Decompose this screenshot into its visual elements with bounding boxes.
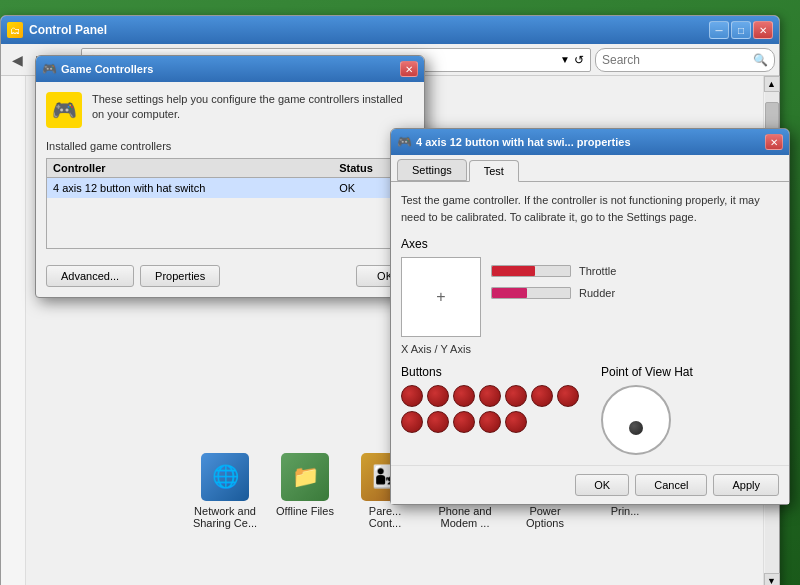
properties-titlebar: 🎮 4 axis 12 button with hat swi... prope… — [391, 129, 789, 155]
phone-modem-label: Phone andModem ... — [438, 505, 491, 529]
throttle-bar-fill — [492, 266, 535, 276]
parental-controls-label: Pare...Cont... — [369, 505, 401, 529]
properties-close-button[interactable]: ✕ — [765, 134, 783, 150]
controller-col-header: Controller — [47, 159, 334, 178]
axes-content: + Throttle Rudder — [401, 257, 779, 337]
scroll-up-button[interactable]: ▲ — [764, 76, 780, 92]
offline-files-label: Offline Files — [276, 505, 334, 517]
buttons-section: Buttons — [401, 365, 779, 455]
offline-files-icon-item[interactable]: 📁 Offline Files — [265, 447, 345, 535]
joystick-display: + — [401, 257, 481, 337]
game-button-2 — [427, 385, 449, 407]
test-tab[interactable]: Test — [469, 160, 519, 182]
buttons-area: Buttons — [401, 365, 581, 455]
game-controllers-close-button[interactable]: ✕ — [400, 61, 418, 77]
axes-label: Axes — [401, 237, 779, 251]
controller-name: 4 axis 12 button with hat switch — [47, 178, 334, 199]
offline-files-icon: 📁 — [281, 453, 329, 501]
search-icon: 🔍 — [753, 53, 768, 67]
pov-label: Point of View Hat — [601, 365, 693, 379]
props-footer: OK Cancel Apply — [391, 465, 789, 504]
cp-window-title: Control Panel — [29, 23, 709, 37]
network-sharing-icon-item[interactable]: 🌐 Network andSharing Ce... — [185, 447, 265, 535]
game-button-9 — [427, 411, 449, 433]
game-controllers-dialog: 🎮 Game Controllers ✕ 🎮 These settings he… — [35, 55, 425, 298]
installed-label: Installed game controllers — [46, 140, 414, 152]
game-button-12 — [505, 411, 527, 433]
props-ok-button[interactable]: OK — [575, 474, 629, 496]
pov-section: Point of View Hat — [601, 365, 693, 455]
dropdown-icon: ▼ — [560, 54, 570, 65]
dialog-info-text: These settings help you configure the ga… — [92, 92, 414, 123]
rudder-row: Rudder — [491, 287, 779, 299]
cp-titlebar-icon: 🗂 — [7, 22, 23, 38]
throttle-bar-bg — [491, 265, 571, 277]
pov-indicator-dot — [629, 421, 643, 435]
info-icon: 🎮 — [46, 92, 82, 128]
game-controllers-titlebar: 🎮 Game Controllers ✕ — [36, 56, 424, 82]
game-button-10 — [453, 411, 475, 433]
pov-hat-display — [601, 385, 671, 455]
close-button[interactable]: ✕ — [753, 21, 773, 39]
game-button-1 — [401, 385, 423, 407]
rudder-bar-fill — [492, 288, 527, 298]
rudder-label: Rudder — [579, 287, 615, 299]
game-button-3 — [453, 385, 475, 407]
game-button-4 — [479, 385, 501, 407]
settings-tab[interactable]: Settings — [397, 159, 467, 181]
props-tabs: Settings Test — [391, 155, 789, 182]
network-sharing-icon: 🌐 — [201, 453, 249, 501]
rudder-bar-bg — [491, 287, 571, 299]
minimize-button[interactable]: ─ — [709, 21, 729, 39]
game-button-6 — [531, 385, 553, 407]
throttle-label: Throttle — [579, 265, 616, 277]
search-bar[interactable]: 🔍 — [595, 48, 775, 72]
xy-label: X Axis / Y Axis — [401, 343, 779, 355]
btn-group-left: Advanced... Properties — [46, 265, 220, 287]
properties-dialog: 🎮 4 axis 12 button with hat swi... prope… — [390, 128, 790, 505]
game-button-11 — [479, 411, 501, 433]
refresh-icon[interactable]: ↺ — [574, 53, 584, 67]
dialog-buttons: Advanced... Properties OK — [46, 259, 414, 287]
game-button-5 — [505, 385, 527, 407]
dialog-info-section: 🎮 These settings help you configure the … — [46, 92, 414, 128]
control-panel-titlebar: 🗂 Control Panel ─ □ ✕ — [1, 16, 779, 44]
power-options-label: PowerOptions — [526, 505, 564, 529]
search-input[interactable] — [602, 53, 753, 67]
properties-title: 4 axis 12 button with hat swi... propert… — [416, 136, 765, 148]
maximize-button[interactable]: □ — [731, 21, 751, 39]
props-cancel-button[interactable]: Cancel — [635, 474, 707, 496]
game-button-8 — [401, 411, 423, 433]
axes-section: Axes + Throttle — [401, 237, 779, 355]
printers-label: Prin... — [611, 505, 640, 517]
axis-bars: Throttle Rudder — [491, 257, 779, 337]
props-gamepad-icon: 🎮 — [397, 135, 411, 149]
network-sharing-label: Network andSharing Ce... — [193, 505, 257, 529]
desktop: 🗂 Control Panel ─ □ ✕ ◀ ▶ ▲ 📁 Control Pa… — [0, 0, 800, 585]
props-apply-button[interactable]: Apply — [713, 474, 779, 496]
game-button-7 — [557, 385, 579, 407]
buttons-grid — [401, 385, 581, 433]
props-body: Test the game controller. If the control… — [391, 182, 789, 465]
properties-button[interactable]: Properties — [140, 265, 220, 287]
cp-window-buttons: ─ □ ✕ — [709, 21, 773, 39]
buttons-label: Buttons — [401, 365, 581, 379]
controller-row[interactable]: 4 axis 12 button with hat switch OK — [47, 178, 414, 199]
throttle-row: Throttle — [491, 265, 779, 277]
cp-left-panel — [1, 76, 26, 585]
props-description: Test the game controller. If the control… — [401, 192, 779, 225]
game-controllers-body: 🎮 These settings help you configure the … — [36, 82, 424, 297]
back-button[interactable]: ◀ — [5, 48, 29, 72]
advanced-button[interactable]: Advanced... — [46, 265, 134, 287]
scroll-down-button[interactable]: ▼ — [764, 573, 780, 585]
game-controllers-title: Game Controllers — [61, 63, 400, 75]
controller-table: Controller Status 4 axis 12 button with … — [46, 158, 414, 249]
empty-row — [47, 198, 414, 248]
gamepad-icon: 🎮 — [42, 62, 56, 76]
